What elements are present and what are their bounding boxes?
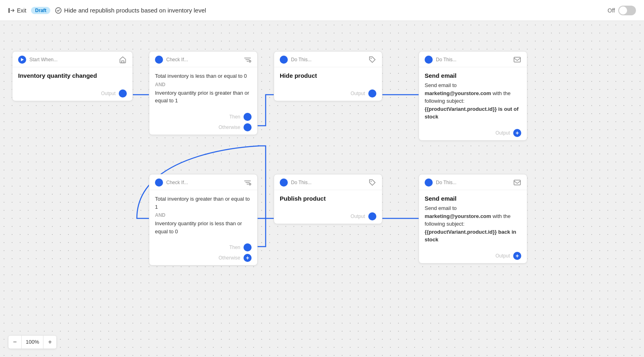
check2-then-connector[interactable]	[244, 243, 252, 251]
do-publish-dot	[280, 178, 288, 187]
check2-body: Total inventory is greater than or equal…	[149, 190, 257, 240]
zoom-minus-button[interactable]: −	[8, 336, 21, 349]
check-circle-icon	[55, 7, 62, 14]
exit-label: Exit	[17, 7, 26, 14]
zoom-plus-button[interactable]: +	[43, 336, 56, 349]
check2-cond2: Inventory quantity prior is less than or…	[155, 220, 252, 235]
svg-rect-11	[514, 57, 520, 62]
do-hide-footer: Output	[274, 86, 382, 101]
tag2-icon	[368, 178, 376, 187]
send1-header: Do This...	[419, 52, 527, 67]
send1-body: Send email Send email to marketing@yours…	[419, 67, 527, 126]
check1-and: AND	[155, 82, 252, 87]
check2-and: AND	[155, 212, 252, 218]
svg-point-18	[371, 181, 372, 182]
send1-dot	[425, 56, 433, 64]
check1-body: Total inventory is less than or equal to…	[149, 67, 257, 110]
check1-otherwise-connector[interactable]	[244, 123, 252, 131]
send2-node: Do This... Send email Send email to mark…	[419, 174, 527, 264]
topbar: Exit Draft Hide and republish products b…	[0, 0, 644, 21]
toggle-switch[interactable]	[618, 6, 636, 15]
check1-dot	[155, 56, 163, 64]
do-publish-output-row: Output	[280, 212, 376, 220]
check2-footer: Then Otherwise +	[149, 240, 257, 265]
svg-rect-19	[514, 180, 520, 185]
tag-icon	[368, 56, 376, 64]
topbar-right: Off	[608, 6, 636, 15]
do-hide-dot	[280, 56, 288, 64]
send2-body: Send email Send email to marketing@yours…	[419, 190, 527, 249]
send2-header: Do This...	[419, 174, 527, 190]
check1-header-left: Check If...	[155, 56, 188, 64]
send2-output-row: Output +	[425, 252, 521, 260]
do-hide-body: Hide product	[274, 67, 382, 86]
send1-text: Send email to marketing@yourstore.com wi…	[425, 81, 521, 121]
send2-footer: Output +	[419, 249, 527, 263]
conn-check2-publish	[258, 218, 274, 247]
do-publish-header-left: Do This...	[280, 178, 312, 187]
start-output-connector[interactable]	[119, 89, 127, 98]
check2-otherwise-connector[interactable]: +	[244, 254, 252, 262]
send1-output-row: Output +	[425, 129, 521, 137]
svg-marker-2	[21, 58, 24, 61]
email-icon	[513, 56, 521, 64]
do-publish-output-connector[interactable]	[368, 212, 376, 220]
start-output-row: Output	[18, 89, 127, 98]
do-publish-header: Do This...	[274, 174, 382, 190]
workflow-title: Hide and republish products based on inv…	[64, 7, 206, 14]
do-hide-output-label: Output	[351, 91, 365, 96]
do-hide-title: Hide product	[280, 72, 376, 79]
topbar-left: Exit Draft Hide and republish products b…	[8, 7, 206, 14]
exit-icon	[8, 7, 14, 14]
send2-title: Send email	[425, 195, 521, 202]
do-publish-output-label: Output	[351, 214, 365, 219]
do-hide-header: Do This...	[274, 52, 382, 67]
do-hide-output-row: Output	[280, 89, 376, 98]
check1-otherwise-label: Otherwise	[219, 125, 240, 130]
check1-cond1: Total inventory is less than or equal to…	[155, 72, 252, 80]
do-publish-title: Publish product	[280, 195, 376, 202]
check2-header: Check If...	[149, 174, 257, 190]
send1-footer: Output +	[419, 126, 527, 140]
do-publish-footer: Output	[274, 209, 382, 224]
start-node-header-left: Start When...	[18, 56, 58, 64]
check1-otherwise-row: Otherwise	[155, 123, 252, 131]
do-hide-header-label: Do This...	[291, 57, 312, 62]
start-header-label: Start When...	[29, 57, 58, 62]
do-hide-header-left: Do This...	[280, 56, 312, 64]
play-icon	[20, 58, 24, 62]
start-node: Start When... Inventory quantity changed…	[12, 51, 133, 101]
send2-header-label: Do This...	[436, 180, 456, 185]
start-dot	[18, 56, 26, 64]
send1-title: Send email	[425, 72, 521, 79]
off-label: Off	[608, 7, 615, 14]
zoom-level: 100%	[21, 336, 43, 349]
check2-node: Check If... Total inventory is greater t…	[149, 174, 258, 266]
check1-node: Check If... Total inventory is less than…	[149, 51, 258, 135]
do-publish-body: Publish product	[274, 190, 382, 209]
send2-output-label: Output	[495, 253, 510, 259]
start-title: Inventory quantity changed	[18, 72, 127, 79]
exit-button[interactable]: Exit	[8, 7, 26, 14]
check2-then-row: Then	[155, 243, 252, 251]
check2-otherwise-row: Otherwise +	[155, 254, 252, 262]
filter2-icon	[244, 178, 252, 187]
check1-then-label: Then	[229, 114, 240, 120]
email2-icon	[513, 178, 521, 187]
zoom-controls: − 100% +	[8, 335, 57, 349]
start-node-footer: Output	[12, 86, 132, 101]
send1-output-connector[interactable]: +	[513, 129, 521, 137]
start-output-label: Output	[101, 91, 116, 96]
check2-dot	[155, 178, 163, 187]
do-hide-output-connector[interactable]	[368, 89, 376, 98]
send2-email: marketing@yourstore.com	[425, 213, 491, 219]
check2-header-label: Check If...	[166, 180, 188, 185]
check1-header: Check If...	[149, 52, 257, 67]
check2-header-left: Check If...	[155, 178, 188, 187]
check1-then-connector[interactable]	[244, 113, 252, 121]
send2-output-connector[interactable]: +	[513, 252, 521, 260]
check1-header-label: Check If...	[166, 57, 188, 62]
send1-email: marketing@yourstore.com	[425, 90, 491, 96]
check1-cond2: Inventory quantity prior is greater than…	[155, 89, 252, 105]
send1-node: Do This... Send email Send email to mark…	[419, 51, 527, 141]
